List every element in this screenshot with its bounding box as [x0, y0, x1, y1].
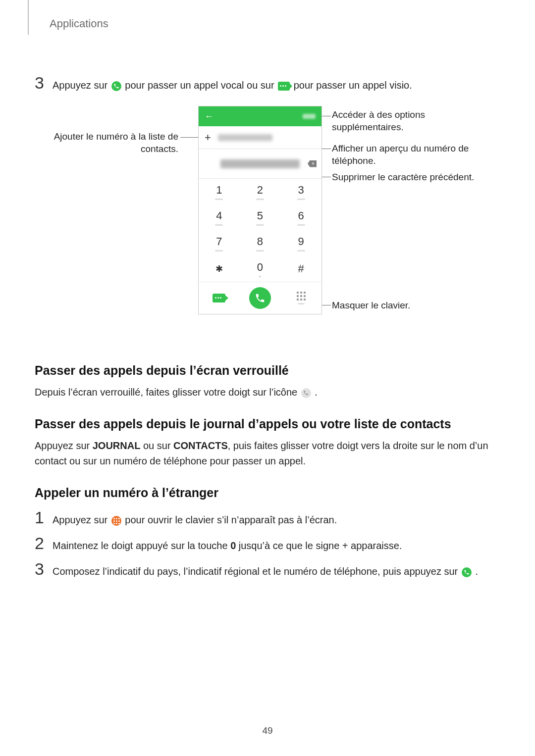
call-icon	[249, 287, 271, 309]
step-number: 2	[35, 535, 53, 552]
key-9[interactable]: 9	[280, 230, 321, 256]
video-icon	[213, 294, 225, 302]
hide-keypad-button[interactable]	[280, 282, 321, 314]
key-4[interactable]: 4	[199, 204, 240, 230]
key-3[interactable]: 3	[280, 179, 321, 204]
step3-text-c: pour passer un appel visio.	[294, 80, 412, 91]
intl-step-2: 2 Maintenez le doigt appuyé sur la touch…	[35, 535, 500, 553]
keypad: 1 2 3 4 5 6 7 8 9 ✱ 0 #	[199, 179, 321, 282]
intl-step-1: 1 Appuyez sur pour ouvrir le clavier s’i…	[35, 509, 500, 527]
key-7[interactable]: 7	[199, 230, 240, 256]
call-button[interactable]	[240, 282, 281, 314]
callout-hide-keyboard: Masquer le clavier.	[332, 300, 481, 312]
subheading-international: Appeler un numéro à l’étranger	[35, 486, 500, 500]
number-blurred	[220, 159, 300, 168]
side-rule	[28, 0, 29, 35]
journal-paragraph: Appuyez sur JOURNAL ou sur CONTACTS, pui…	[35, 438, 500, 469]
back-icon[interactable]: ←	[205, 111, 214, 122]
key-hash[interactable]: #	[280, 256, 321, 282]
step-number: 1	[35, 509, 53, 526]
step3-text-a: Appuyez sur	[53, 80, 110, 91]
video-call-button[interactable]	[199, 282, 240, 314]
key-0[interactable]: 0	[240, 256, 281, 282]
call-icon	[111, 81, 121, 91]
callout-backspace: Supprimer le caractère précédent.	[332, 171, 500, 184]
callout-preview: Afficher un aperçu du numéro de téléphon…	[332, 143, 495, 167]
more-options-icon[interactable]	[303, 114, 316, 119]
key-8[interactable]: 8	[240, 230, 281, 256]
subheading-locked: Passer des appels depuis l’écran verroui…	[35, 363, 500, 378]
add-to-contacts-row[interactable]: +	[199, 126, 321, 149]
plus-icon: +	[205, 131, 211, 144]
key-2[interactable]: 2	[240, 179, 281, 204]
key-star[interactable]: ✱	[199, 256, 240, 282]
step3-text-b: pour passer un appel vocal ou sur	[125, 80, 277, 91]
subheading-journal: Passer des appels depuis le journal d’ap…	[35, 417, 500, 431]
key-5[interactable]: 5	[240, 204, 281, 230]
key-1[interactable]: 1	[199, 179, 240, 204]
locked-paragraph: Depuis l’écran verrouillé, faites glisse…	[35, 385, 500, 400]
page-number: 49	[0, 725, 535, 736]
step-number: 3	[35, 560, 53, 577]
call-icon	[462, 567, 472, 577]
step-text: Appuyez sur pour passer un appel vocal o…	[53, 78, 500, 92]
action-row	[199, 282, 321, 314]
video-call-icon	[278, 82, 290, 91]
key-6[interactable]: 6	[280, 204, 321, 230]
step-number: 3	[35, 74, 53, 91]
step-text: Composez l’indicatif du pays, l’indicati…	[53, 564, 500, 578]
section-header: Applications	[50, 17, 108, 30]
callout-add-contacts: Ajouter le numéro à la liste de contacts…	[25, 131, 178, 155]
step-text: Appuyez sur pour ouvrir le clavier s’il …	[53, 513, 500, 527]
callout-options: Accéder à des options supplémentaires.	[332, 109, 495, 133]
add-to-contacts-label-blurred	[218, 134, 272, 141]
lock-phone-icon	[301, 388, 311, 398]
phone-topbar: ←	[199, 106, 321, 126]
step-text: Maintenez le doigt appuyé sur la touche …	[53, 539, 500, 553]
step-3-row: 3 Appuyez sur pour passer un appel vocal…	[35, 74, 500, 92]
number-display-row	[199, 149, 321, 179]
backspace-icon[interactable]	[308, 160, 317, 167]
page-content: 3 Appuyez sur pour passer un appel vocal…	[35, 74, 500, 586]
intl-step-3: 3 Composez l’indicatif du pays, l’indica…	[35, 560, 500, 578]
dialer-figure: Ajouter le numéro à la liste de contacts…	[35, 106, 500, 334]
keypad-grid-icon	[297, 292, 306, 301]
dialer-phone-mock: ← + 1 2 3 4 5 6 7 8 9 ✱ 0	[198, 106, 322, 314]
dialpad-icon	[111, 516, 121, 526]
